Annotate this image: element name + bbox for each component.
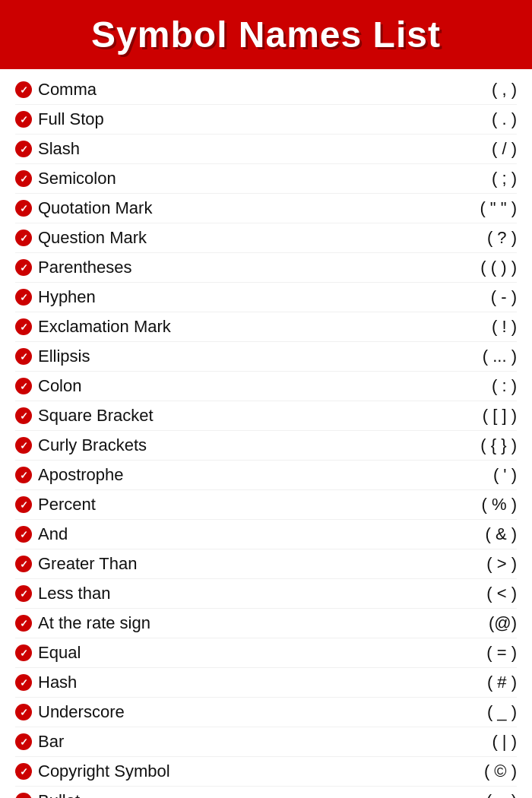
table-row: Greater Than( > ) bbox=[15, 549, 517, 579]
symbol-name: Slash bbox=[38, 139, 80, 159]
check-icon bbox=[15, 259, 32, 276]
table-row: Bullet( ● ) bbox=[15, 787, 517, 798]
check-icon bbox=[15, 81, 32, 98]
check-icon bbox=[15, 704, 32, 720]
symbol-value: ( [ ] ) bbox=[426, 406, 517, 426]
symbol-name: Colon bbox=[38, 376, 81, 396]
check-icon bbox=[15, 733, 32, 750]
table-row: Equal( = ) bbox=[15, 638, 517, 668]
symbol-name: Hyphen bbox=[38, 287, 96, 307]
check-icon bbox=[15, 230, 32, 246]
table-row: Question Mark( ? ) bbox=[15, 223, 517, 253]
table-row: Slash( / ) bbox=[15, 135, 517, 164]
table-row: Colon( : ) bbox=[15, 372, 517, 401]
symbol-value: ( ! ) bbox=[426, 317, 517, 337]
symbol-name: And bbox=[38, 524, 68, 544]
symbol-name: Less than bbox=[38, 584, 110, 603]
check-icon bbox=[15, 585, 32, 602]
check-icon bbox=[15, 318, 32, 335]
symbol-name: Copyright Symbol bbox=[38, 762, 170, 781]
symbol-name: Ellipsis bbox=[38, 347, 90, 366]
table-row: Apostrophe( ' ) bbox=[15, 461, 517, 490]
symbol-name: Parentheses bbox=[38, 258, 132, 277]
symbol-name: Apostrophe bbox=[38, 465, 124, 485]
symbol-name: Quotation Mark bbox=[38, 198, 152, 218]
table-row: Curly Brackets( { } ) bbox=[15, 431, 517, 461]
table-row: Copyright Symbol( © ) bbox=[15, 757, 517, 787]
table-row: Hyphen( - ) bbox=[15, 283, 517, 312]
check-icon bbox=[15, 200, 32, 217]
symbol-value: ( , ) bbox=[426, 80, 517, 100]
symbol-name: Comma bbox=[38, 80, 97, 100]
table-row: And( & ) bbox=[15, 520, 517, 549]
table-row: Full Stop( . ) bbox=[15, 105, 517, 135]
symbol-value: ( % ) bbox=[426, 495, 517, 515]
check-icon bbox=[15, 793, 32, 798]
check-icon bbox=[15, 437, 32, 454]
check-icon bbox=[15, 496, 32, 513]
symbol-value: ( © ) bbox=[426, 762, 517, 781]
table-row: Exclamation Mark( ! ) bbox=[15, 312, 517, 342]
symbol-name: Bullet bbox=[38, 791, 80, 798]
check-icon bbox=[15, 526, 32, 543]
table-row: Bar( | ) bbox=[15, 727, 517, 757]
symbol-value: ( _ ) bbox=[426, 702, 517, 722]
check-icon bbox=[15, 674, 32, 691]
symbol-value: ( # ) bbox=[426, 673, 517, 692]
symbol-value: ( ; ) bbox=[426, 169, 517, 188]
table-row: Quotation Mark( " " ) bbox=[15, 194, 517, 223]
page-title: Symbol Names List bbox=[15, 14, 517, 55]
symbol-name: Greater Than bbox=[38, 554, 137, 574]
table-row: Comma( , ) bbox=[15, 75, 517, 105]
symbol-value: ( : ) bbox=[426, 376, 517, 396]
table-row: Ellipsis( ... ) bbox=[15, 342, 517, 372]
check-icon bbox=[15, 111, 32, 128]
table-row: Underscore( _ ) bbox=[15, 698, 517, 727]
symbol-name: Bar bbox=[38, 732, 64, 752]
check-icon bbox=[15, 407, 32, 424]
check-icon bbox=[15, 763, 32, 780]
content: Comma( , )Full Stop( . )Slash( / )Semico… bbox=[0, 69, 532, 798]
check-icon bbox=[15, 289, 32, 306]
symbol-value: (@) bbox=[426, 613, 517, 633]
check-icon bbox=[15, 556, 32, 572]
symbol-value: ( - ) bbox=[426, 287, 517, 307]
symbol-value: ( ● ) bbox=[426, 791, 517, 798]
symbol-value: ( | ) bbox=[426, 732, 517, 752]
table-row: Parentheses( ( ) ) bbox=[15, 253, 517, 283]
symbol-name: Underscore bbox=[38, 702, 125, 722]
check-icon bbox=[15, 467, 32, 483]
symbol-value: ( ( ) ) bbox=[426, 258, 517, 277]
symbol-value: ( { } ) bbox=[426, 435, 517, 455]
table-row: Percent( % ) bbox=[15, 490, 517, 520]
table-row: Less than( < ) bbox=[15, 579, 517, 609]
table-row: At the rate sign(@) bbox=[15, 609, 517, 638]
check-icon bbox=[15, 615, 32, 632]
symbol-value: ( < ) bbox=[426, 584, 517, 603]
symbol-value: ( ' ) bbox=[426, 465, 517, 485]
check-icon bbox=[15, 644, 32, 661]
symbol-value: ( . ) bbox=[426, 109, 517, 129]
symbol-name: Exclamation Mark bbox=[38, 317, 171, 337]
symbol-name: At the rate sign bbox=[38, 613, 150, 633]
symbol-value: ( & ) bbox=[426, 524, 517, 544]
symbol-value: ( " " ) bbox=[426, 198, 517, 218]
symbol-name: Percent bbox=[38, 495, 96, 515]
check-icon bbox=[15, 141, 32, 157]
table-row: Semicolon( ; ) bbox=[15, 164, 517, 194]
symbol-name: Semicolon bbox=[38, 169, 116, 188]
symbol-name: Full Stop bbox=[38, 109, 104, 129]
symbol-name: Hash bbox=[38, 673, 77, 692]
table-row: Square Bracket( [ ] ) bbox=[15, 401, 517, 431]
symbol-name: Question Mark bbox=[38, 228, 147, 248]
symbol-name: Square Bracket bbox=[38, 406, 154, 426]
check-icon bbox=[15, 378, 32, 394]
symbol-value: ( = ) bbox=[426, 643, 517, 663]
check-icon bbox=[15, 348, 32, 365]
header: Symbol Names List bbox=[0, 0, 532, 69]
symbol-value: ( ... ) bbox=[426, 347, 517, 366]
check-icon bbox=[15, 170, 32, 187]
table-row: Hash( # ) bbox=[15, 668, 517, 698]
symbol-value: ( / ) bbox=[426, 139, 517, 159]
symbol-value: ( ? ) bbox=[426, 228, 517, 248]
